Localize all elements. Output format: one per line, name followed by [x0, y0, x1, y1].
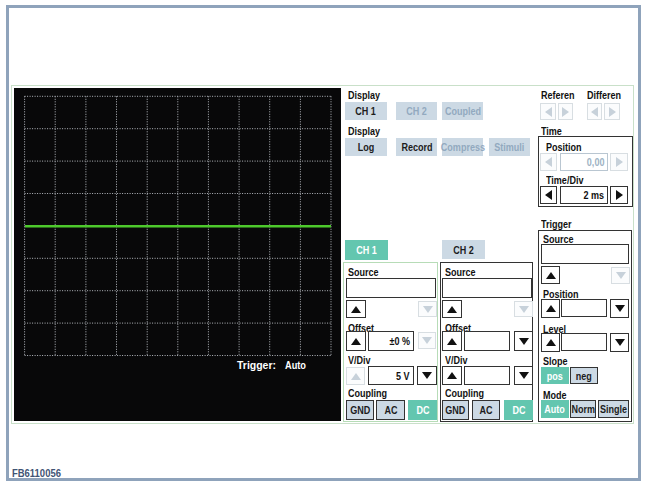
- svg-text:Trigger:: Trigger:: [237, 359, 276, 371]
- svg-text:Auto: Auto: [285, 359, 306, 371]
